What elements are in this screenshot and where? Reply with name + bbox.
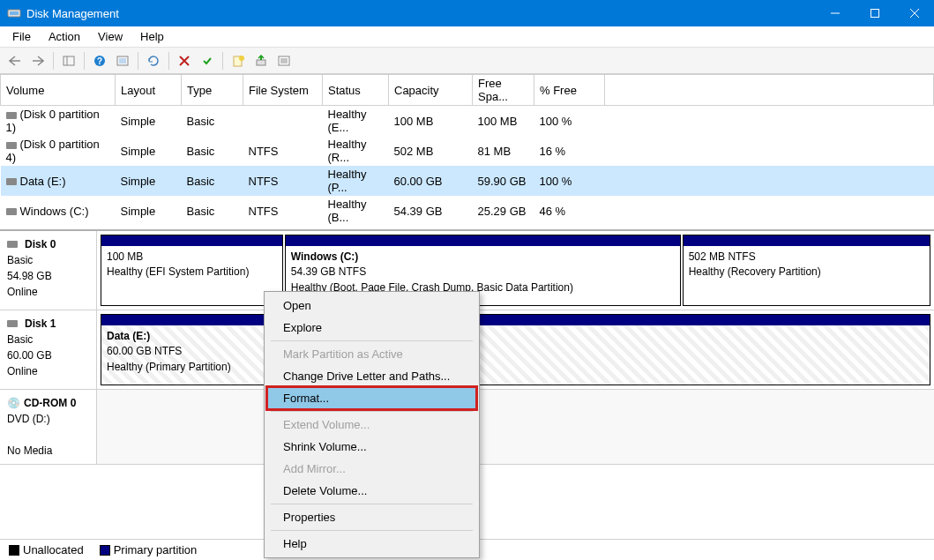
ctx-delete[interactable]: Delete Volume...: [267, 480, 476, 502]
legend-primary-icon: [100, 545, 110, 556]
volume-icon: [6, 208, 17, 215]
volume-icon: [6, 178, 17, 185]
partition-block[interactable]: 100 MBHealthy (EFI System Partition): [101, 235, 283, 306]
volume-row[interactable]: Data (E:)SimpleBasicNTFSHealthy (P...60.…: [1, 166, 934, 196]
volume-row[interactable]: (Disk 0 partition 1)SimpleBasicHealthy (…: [1, 106, 934, 137]
refresh-button[interactable]: [144, 51, 163, 71]
ctx-extend: Extend Volume...: [267, 414, 476, 436]
show-hide-button[interactable]: [59, 51, 78, 71]
toolbar-separator: [53, 52, 54, 70]
toolbar-separator: [168, 52, 169, 70]
disk-label[interactable]: 💿CD-ROM 0 DVD (D:) No Media: [0, 390, 97, 464]
col-type[interactable]: Type: [182, 75, 243, 106]
ctx-shrink[interactable]: Shrink Volume...: [267, 436, 476, 458]
legend-primary-label: Primary partition: [114, 543, 198, 556]
menu-help[interactable]: Help: [131, 28, 173, 45]
col-volume[interactable]: Volume: [1, 75, 116, 106]
settings-button[interactable]: [113, 51, 132, 71]
back-button[interactable]: [5, 51, 25, 71]
disk-label[interactable]: Disk 1 Basic 60.00 GB Online: [0, 310, 97, 389]
partition-block[interactable]: 502 MB NTFSHealthy (Recovery Partition): [683, 235, 930, 306]
col-free[interactable]: Free Spa...: [473, 75, 534, 106]
legend-unallocated-label: Unallocated: [23, 543, 84, 556]
close-button[interactable]: [894, 0, 934, 26]
minimize-button[interactable]: [815, 0, 855, 26]
menu-view[interactable]: View: [89, 28, 131, 45]
app-icon: [7, 6, 21, 20]
ctx-properties[interactable]: Properties: [267, 506, 476, 528]
svg-rect-14: [257, 60, 265, 65]
ctx-help[interactable]: Help: [267, 533, 476, 555]
svg-rect-6: [64, 56, 74, 65]
svg-text:?: ?: [97, 56, 102, 66]
svg-point-13: [239, 56, 244, 61]
cdrom-icon: 💿: [7, 395, 20, 411]
new-button[interactable]: [228, 51, 248, 71]
svg-rect-1: [10, 11, 19, 15]
svg-rect-11: [119, 58, 126, 63]
col-fs[interactable]: File System: [243, 75, 323, 106]
toolbar: ?: [0, 48, 934, 74]
toolbar-separator: [84, 52, 85, 70]
ctx-format[interactable]: Format...: [267, 387, 476, 409]
legend-unallocated-icon: [9, 545, 19, 556]
toolbar-separator: [222, 52, 223, 70]
ctx-open[interactable]: Open: [267, 295, 476, 317]
col-capacity[interactable]: Capacity: [389, 75, 473, 106]
menu-action[interactable]: Action: [40, 28, 89, 45]
ctx-separator: [271, 504, 473, 504]
ctx-separator: [271, 411, 473, 412]
col-layout[interactable]: Layout: [116, 75, 182, 106]
menu-file[interactable]: File: [4, 28, 40, 45]
ctx-change-letter[interactable]: Change Drive Letter and Paths...: [267, 365, 476, 387]
partition-block[interactable]: Data (E:)60.00 GB NTFSHealthy (Primary P…: [101, 314, 930, 385]
forward-button[interactable]: [28, 51, 48, 71]
svg-rect-3: [870, 10, 878, 18]
window-title: Disk Management: [26, 7, 815, 20]
toolbar-separator: [138, 52, 138, 70]
window-controls: [815, 0, 934, 26]
title-bar: Disk Management: [0, 0, 934, 26]
context-menu: Open Explore Mark Partition as Active Ch…: [264, 291, 480, 558]
volume-row[interactable]: Windows (C:)SimpleBasicNTFSHealthy (B...…: [1, 196, 934, 226]
disk-icon: [7, 241, 18, 248]
volume-icon: [6, 112, 17, 119]
ctx-explore[interactable]: Explore: [267, 317, 476, 339]
col-pctfree[interactable]: % Free: [534, 75, 605, 106]
maximize-button[interactable]: [855, 0, 894, 26]
ctx-mirror: Add Mirror...: [267, 458, 476, 480]
volume-list: Volume Layout Type File System Status Ca…: [0, 74, 934, 226]
properties-button[interactable]: [274, 51, 294, 71]
disk-icon: [7, 320, 18, 327]
help-button[interactable]: ?: [90, 51, 109, 71]
col-status[interactable]: Status: [323, 75, 389, 106]
check-button[interactable]: [198, 51, 217, 71]
disk-label[interactable]: Disk 0 Basic 54.98 GB Online: [0, 231, 97, 310]
volume-row[interactable]: (Disk 0 partition 4)SimpleBasicNTFSHealt…: [1, 136, 934, 166]
ctx-separator: [271, 530, 473, 531]
delete-button[interactable]: [175, 51, 194, 71]
ctx-separator: [271, 340, 473, 341]
volume-icon: [6, 142, 17, 149]
ctx-mark-active: Mark Partition as Active: [267, 343, 476, 365]
attach-button[interactable]: [251, 51, 271, 71]
menu-bar: File Action View Help: [0, 26, 934, 48]
